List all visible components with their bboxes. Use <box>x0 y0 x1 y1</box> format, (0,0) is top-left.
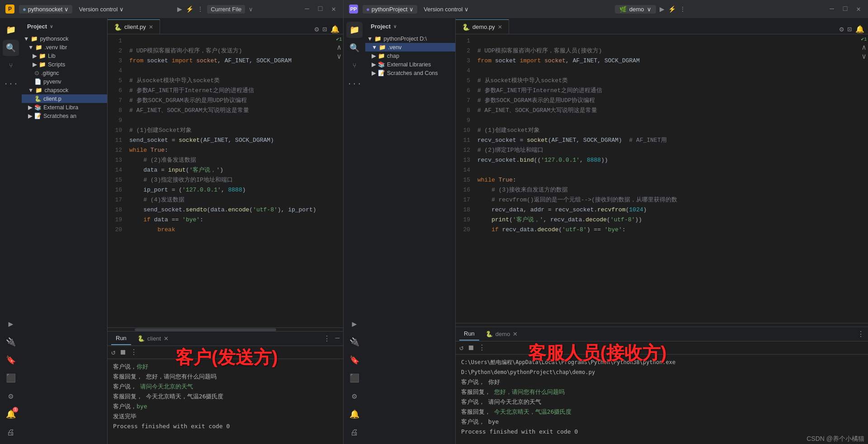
left-hscrollbar[interactable] <box>108 327 343 331</box>
left-title-center: ▶ ⚡ ⋮ Current File ∨ <box>132 5 298 14</box>
left-git-icon[interactable]: ⑂ <box>3 58 19 74</box>
right-project-name[interactable]: ● pythonProject ∨ <box>363 5 417 14</box>
right-search-icon[interactable]: 🔍 <box>346 40 363 56</box>
right-run-tab[interactable]: Run <box>459 328 479 341</box>
right-tab-bar: 🐍 demo.py ✕ ⚙ ⊡ 🔔 <box>456 18 868 34</box>
right-terminal-icon[interactable]: ⬛ <box>346 370 363 386</box>
right-code-content: # UDP模拟客服咨询小程序，客服人员(接收方) from socket imp… <box>474 34 860 323</box>
right-version-control[interactable]: Version control ∨ <box>420 5 472 14</box>
left-run-more-icon[interactable]: ⋮ <box>323 334 330 343</box>
left-maximize-btn[interactable]: □ <box>316 5 325 13</box>
right-notification-icon[interactable]: 🔔 <box>346 406 363 422</box>
left-terminal-icon[interactable]: ⬛ <box>3 370 19 386</box>
right-tab-notification[interactable]: 🔔 <box>855 25 864 34</box>
right-bookmark-icon[interactable]: 🔖 <box>346 352 363 368</box>
left-tab-notification[interactable]: 🔔 <box>330 25 340 34</box>
right-plugin-icon[interactable]: 🔌 <box>346 334 363 350</box>
left-tree-lib[interactable]: ▶ 📁 Lib <box>22 51 107 60</box>
right-run-line-7: Process finished with exit code 0 <box>461 427 863 437</box>
left-notification-icon[interactable]: 🔔 1 <box>3 406 19 422</box>
left-run-tab-bar: Run 🐍 client ✕ ⋮ — <box>108 332 343 346</box>
left-version-control[interactable]: Version control ∨ <box>75 5 127 14</box>
left-activity-bar: 📁 🔍 ⑂ ··· ▶ 🔌 🔖 ⬛ ⚙ 🔔 1 🖨 <box>0 18 22 444</box>
left-print-icon[interactable]: 🖨 <box>3 424 19 440</box>
left-project-name[interactable]: ● pythonsocket ∨ <box>19 5 72 14</box>
left-search-icon[interactable]: 🔍 <box>3 40 19 56</box>
left-tree-scratches[interactable]: ▶ 📝 Scratches an <box>22 112 107 120</box>
left-tree-client[interactable]: 🐍 client.p <box>22 94 107 103</box>
left-tree-pyvenv[interactable]: 📄 pyvenv <box>22 77 107 86</box>
left-tree-root[interactable]: ▼ 📁 pythonsock <box>22 34 107 43</box>
right-branch-label[interactable]: 🌿 demo ∨ <box>615 5 656 14</box>
left-run-restart-icon[interactable]: ↺ <box>111 348 116 357</box>
left-bookmark-icon[interactable]: 🔖 <box>3 352 19 368</box>
left-tree-chap[interactable]: ▼ 📁 chapsock <box>22 86 107 94</box>
right-code-editor[interactable]: 12345 678910 1112131415 1617181920 # UDP… <box>456 34 868 323</box>
left-tree-gitignore[interactable]: ⊙ .gitignc <box>22 69 107 77</box>
left-run-stop-icon[interactable]: ⏹ <box>119 348 127 357</box>
left-win-controls: — □ ✕ <box>303 5 338 14</box>
right-tree-external[interactable]: ▶ 📚 External Libraries <box>365 60 455 69</box>
right-more-title[interactable]: ⋮ <box>679 5 686 13</box>
right-demo-tab[interactable]: 🐍 demo.py ✕ <box>456 19 509 34</box>
right-tree-root[interactable]: ▼ 📁 pythonProject D:\ <box>365 34 455 43</box>
left-close-btn[interactable]: ✕ <box>330 5 338 14</box>
left-tree-venv[interactable]: ▼ 📁 .venv libr <box>22 43 107 51</box>
right-git-icon[interactable]: ⑂ <box>346 58 363 74</box>
right-run-tab-close[interactable]: ✕ <box>513 331 518 337</box>
left-run-minimize-icon[interactable]: — <box>335 334 340 343</box>
left-more-icon[interactable]: ··· <box>3 76 19 92</box>
right-app-icon: PP <box>349 5 358 14</box>
right-run-line-5: 客户说， bye <box>461 417 863 427</box>
left-tab-close[interactable]: ✕ <box>149 24 153 30</box>
right-hscrollbar[interactable] <box>456 323 868 327</box>
right-run-options-icon[interactable]: ⋮ <box>478 343 486 352</box>
right-run-tab-actions: ⋮ <box>857 330 864 339</box>
right-folder-icon[interactable]: 📁 <box>346 22 363 38</box>
right-maximize-btn[interactable]: □ <box>841 5 849 13</box>
right-print-icon[interactable]: 🖨 <box>346 424 363 440</box>
right-tab-settings[interactable]: ⚙ <box>840 25 844 34</box>
left-run-line-6: 发送完毕 <box>113 411 338 421</box>
left-folder-icon[interactable]: 📁 <box>3 22 19 38</box>
right-tree-scratches[interactable]: ▶ 📝 Scratches and Cons <box>365 69 455 77</box>
left-settings-icon[interactable]: ⚙ <box>3 388 19 404</box>
left-run-tab[interactable]: Run <box>111 332 131 345</box>
right-settings-icon[interactable]: ⚙ <box>346 388 363 404</box>
right-tab-close[interactable]: ✕ <box>498 24 502 30</box>
right-run-line-1: 客户说， 你好 <box>461 377 863 387</box>
left-tree-external[interactable]: ▶ 📚 External Libra <box>22 103 107 112</box>
right-more-icon[interactable]: ··· <box>346 76 363 92</box>
left-run-options-icon[interactable]: ⋮ <box>130 348 137 357</box>
left-run-line-1: 客户说，你好 <box>113 362 338 372</box>
right-close-btn[interactable]: ✕ <box>854 5 863 14</box>
left-client-tab[interactable]: 🐍 client.py ✕ <box>108 19 160 34</box>
left-code-editor[interactable]: 12345 678910 1112131415 1617181920 # UDP… <box>108 34 343 327</box>
left-right-gutter: ✔1 ∧ ∨ <box>335 34 343 327</box>
left-run-icon[interactable]: ▶ <box>3 316 19 332</box>
left-run-tab-actions: ⋮ — <box>323 334 340 343</box>
right-minimize-btn[interactable]: — <box>828 5 836 13</box>
left-plugin-icon[interactable]: 🔌 <box>3 334 19 350</box>
right-pane: PP ● pythonProject ∨ Version control ∨ 🌿… <box>344 0 868 444</box>
right-run-more-icon[interactable]: ⋮ <box>857 330 864 339</box>
left-tab-settings[interactable]: ⚙ <box>315 25 319 34</box>
right-run-restart-icon[interactable]: ↺ <box>459 343 464 352</box>
right-tree-venv[interactable]: ▼ 📁 .venv <box>365 43 455 51</box>
right-run-icon[interactable]: ▶ <box>346 316 363 332</box>
left-minimize-btn[interactable]: — <box>303 5 311 13</box>
left-run-tab-close[interactable]: ✕ <box>164 335 169 342</box>
right-run-stop-icon[interactable]: ⏹ <box>467 344 475 352</box>
left-run-line-2: 客服回复， 您好，请问您有什么问题吗 <box>113 372 338 382</box>
left-run-line-3: 客户说， 请问今天北京的天气 <box>113 382 338 392</box>
left-client-tab-run[interactable]: 🐍 client ✕ <box>133 332 173 345</box>
right-run-icon-title[interactable]: ▶ <box>660 5 665 13</box>
left-tab-split[interactable]: ⊡ <box>322 25 327 34</box>
right-build-icon-title[interactable]: ⚡ <box>668 5 676 13</box>
left-sidebar: Project ∨ ▼ 📁 pythonsock ▼ 📁 .venv libr … <box>22 18 108 444</box>
right-demo-tab-run[interactable]: 🐍 demo ✕ <box>481 328 523 341</box>
right-line-numbers: 12345 678910 1112131415 1617181920 <box>456 34 474 323</box>
right-tab-split[interactable]: ⊡ <box>847 25 852 34</box>
left-tree-scripts[interactable]: ▶ 📁 Scripts <box>22 60 107 69</box>
right-tree-chap[interactable]: ▶ 📁 chap <box>365 51 455 60</box>
